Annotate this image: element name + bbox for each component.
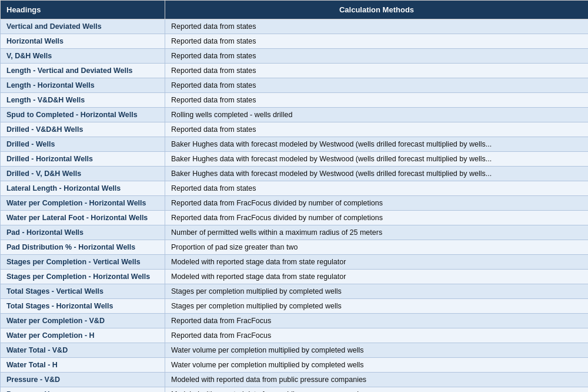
row-heading: Pad - Horizontal Wells (1, 225, 165, 240)
row-heading: Water per Completion - Horizontal Wells (1, 196, 165, 211)
row-heading: Drilled - V&D&H Wells (1, 122, 165, 137)
row-method: Reported data from FracFocus divided by … (165, 211, 589, 225)
table-row: Vertical and Deviated WellsReported data… (1, 19, 589, 34)
table-row: Drilled - V&D&H WellsReported data from … (1, 122, 589, 137)
row-method: Water volume per completion multiplied b… (165, 358, 589, 373)
row-method: Reported data from FracFocus divided by … (165, 196, 589, 211)
row-method: Water volume per completion multiplied b… (165, 343, 589, 358)
row-heading: Drilled - Wells (1, 137, 165, 152)
row-heading: Stages per Completion - Horizontal Wells (1, 270, 165, 284)
row-method: Reported data from states (165, 181, 589, 196)
table-row: V, D&H WellsReported data from states (1, 49, 589, 64)
table-row: Water per Completion - HReported data fr… (1, 328, 589, 343)
row-method: Modeled with reported data from public p… (165, 373, 589, 387)
row-heading: Total Stages - Vertical Wells (1, 284, 165, 299)
row-heading: Drilled - Horizontal Wells (1, 152, 165, 167)
row-heading: Length - Vertical and Deviated Wells (1, 64, 165, 78)
row-method: Baker Hughes data with forecast modeled … (165, 152, 589, 167)
table-row: Horizontal WellsReported data from state… (1, 34, 589, 49)
row-method: Proportion of pad size greater than two (165, 240, 589, 255)
row-heading: Spud to Completed - Horizontal Wells (1, 108, 165, 122)
table-row: Water per Lateral Foot - Horizontal Well… (1, 211, 589, 225)
row-heading: Stages per Completion - Vertical Wells (1, 255, 165, 270)
table-row: Water per Completion - V&DReported data … (1, 314, 589, 328)
row-method: Baker Hughes data with forecast modeled … (165, 167, 589, 181)
row-method: Reported data from FracFocus (165, 328, 589, 343)
table-row: Water per Completion - Horizontal WellsR… (1, 196, 589, 211)
row-heading: Water per Completion - H (1, 328, 165, 343)
row-heading: Water Total - H (1, 358, 165, 373)
table-row: Length - V&D&H WellsReported data from s… (1, 93, 589, 108)
row-method: Number of permitted wells within a maxim… (165, 225, 589, 240)
table-row: Pad - Horizontal WellsNumber of permitte… (1, 225, 589, 240)
row-heading: Horizontal Wells (1, 34, 165, 49)
row-heading: Water per Completion - V&D (1, 314, 165, 328)
heading-column-header: Headings (1, 1, 165, 19)
row-heading: Total Stages - Horizontal Wells (1, 299, 165, 314)
table-row: Stages per Completion - Horizontal Wells… (1, 270, 589, 284)
table-row: Water Total - HWater volume per completi… (1, 358, 589, 373)
row-heading: Pressure - V&D (1, 373, 165, 387)
row-method: Reported data from FracFocus (165, 314, 589, 328)
table-row: Spud to Completed - Horizontal WellsRoll… (1, 108, 589, 122)
table-row: Total Stages - Vertical WellsStages per … (1, 284, 589, 299)
row-method: Stages per completion multiplied by comp… (165, 299, 589, 314)
row-heading: Water per Lateral Foot - Horizontal Well… (1, 211, 165, 225)
table-header-row: Headings Calculation Methods (1, 1, 589, 19)
row-heading: Length - V&D&H Wells (1, 93, 165, 108)
row-method: Reported data from states (165, 49, 589, 64)
row-heading: Drilled - V, D&H Wells (1, 167, 165, 181)
row-heading: Lateral Length - Horizontal Wells (1, 181, 165, 196)
method-column-header: Calculation Methods (165, 1, 589, 19)
table-row: Pressure - HModeled with reported data f… (1, 387, 589, 393)
table-row: Length - Horizontal WellsReported data f… (1, 78, 589, 93)
row-heading: V, D&H Wells (1, 49, 165, 64)
row-method: Modeled with reported stage data from st… (165, 270, 589, 284)
row-method: Stages per completion multiplied by comp… (165, 284, 589, 299)
row-method: Rolling wells completed - wells drilled (165, 108, 589, 122)
table-row: Drilled - Horizontal WellsBaker Hughes d… (1, 152, 589, 167)
table-row: Water Total - V&DWater volume per comple… (1, 343, 589, 358)
row-heading: Vertical and Deviated Wells (1, 19, 165, 34)
table-row: Stages per Completion - Vertical WellsMo… (1, 255, 589, 270)
row-method: Reported data from states (165, 78, 589, 93)
data-table: Headings Calculation Methods Vertical an… (0, 0, 588, 392)
row-heading: Water Total - V&D (1, 343, 165, 358)
row-heading: Pad Distribution % - Horizontal Wells (1, 240, 165, 255)
table-body: Vertical and Deviated WellsReported data… (1, 19, 589, 393)
main-table-container: Headings Calculation Methods Vertical an… (0, 0, 588, 392)
row-heading: Length - Horizontal Wells (1, 78, 165, 93)
row-method: Modeled with reported stage data from st… (165, 255, 589, 270)
table-row: Length - Vertical and Deviated WellsRepo… (1, 64, 589, 78)
row-heading: Pressure - H (1, 387, 165, 393)
row-method: Reported data from states (165, 19, 589, 34)
table-row: Total Stages - Horizontal WellsStages pe… (1, 299, 589, 314)
row-method: Reported data from states (165, 122, 589, 137)
table-row: Lateral Length - Horizontal WellsReporte… (1, 181, 589, 196)
row-method: Reported data from states (165, 93, 589, 108)
table-row: Drilled - WellsBaker Hughes data with fo… (1, 137, 589, 152)
row-method: Reported data from states (165, 34, 589, 49)
row-method: Baker Hughes data with forecast modeled … (165, 137, 589, 152)
table-row: Pad Distribution % - Horizontal WellsPro… (1, 240, 589, 255)
table-row: Pressure - V&DModeled with reported data… (1, 373, 589, 387)
row-method: Reported data from states (165, 64, 589, 78)
row-method: Modeled with reported data from public p… (165, 387, 589, 393)
table-row: Drilled - V, D&H WellsBaker Hughes data … (1, 167, 589, 181)
